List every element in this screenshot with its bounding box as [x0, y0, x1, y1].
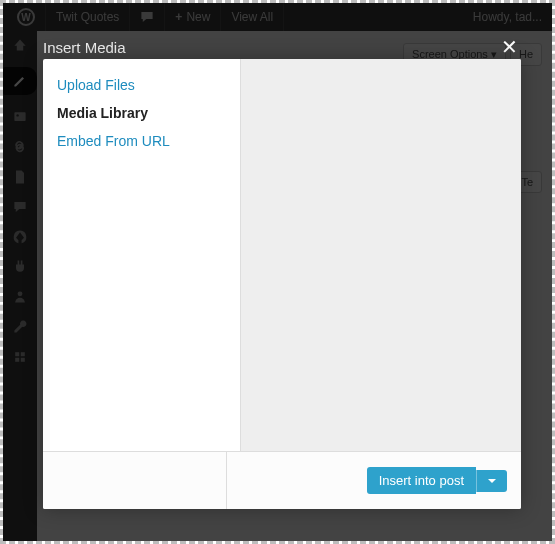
tab-embed-url[interactable]: Embed From URL: [57, 133, 226, 149]
modal-sidebar: Upload Files Media Library Embed From UR…: [43, 59, 241, 451]
insert-dropdown-button[interactable]: [476, 470, 507, 492]
modal-overlay: Insert Media ✕ Upload Files Media Librar…: [3, 3, 552, 541]
insert-into-post-button[interactable]: Insert into post: [367, 467, 476, 494]
chevron-down-icon: [487, 476, 497, 486]
modal-body: Upload Files Media Library Embed From UR…: [43, 59, 521, 451]
tab-media-library[interactable]: Media Library: [57, 105, 226, 121]
tab-upload-files[interactable]: Upload Files: [57, 77, 226, 93]
media-library-panel: [241, 59, 521, 451]
insert-media-modal: Upload Files Media Library Embed From UR…: [43, 59, 521, 509]
screenshot-crop: W Twit Quotes + New View All Howdy, tad.…: [0, 0, 555, 544]
footer-spacer: [43, 452, 227, 509]
modal-footer: Insert into post: [43, 451, 521, 509]
modal-title: Insert Media: [43, 39, 126, 56]
